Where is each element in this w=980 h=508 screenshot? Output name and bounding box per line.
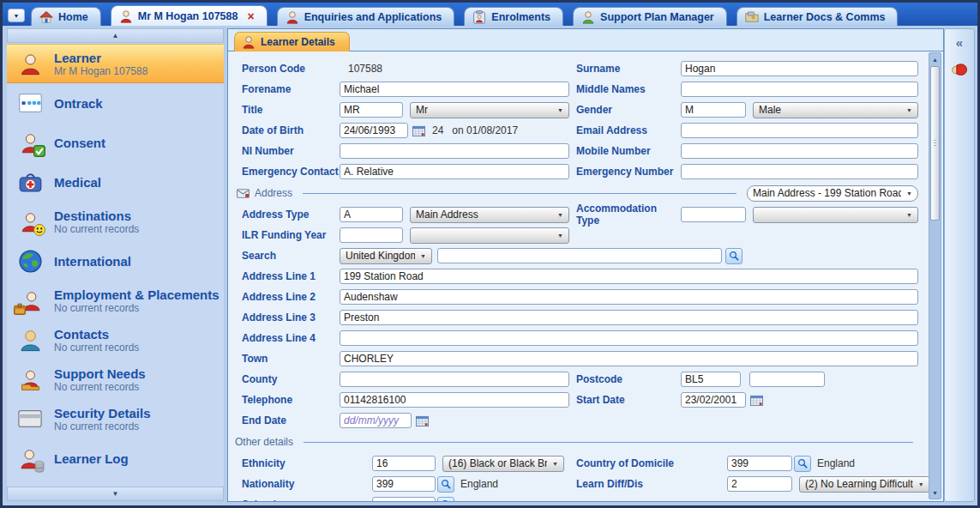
email-input[interactable] <box>681 123 918 138</box>
mobile-input[interactable] <box>681 143 918 159</box>
telephone-input[interactable] <box>340 392 569 408</box>
sidebar-scroll-up[interactable]: ▲ <box>7 28 224 43</box>
sidebar-item-support-needs[interactable]: Support Needs No current records <box>7 360 224 399</box>
domicile-code-input[interactable] <box>727 456 792 471</box>
sidebar-item-contacts[interactable]: Contacts No current records <box>7 320 224 360</box>
ilr-code-input[interactable] <box>340 227 403 243</box>
sidebar-item-security[interactable]: Security Details No current records <box>7 399 224 438</box>
surname-input[interactable] <box>681 61 918 76</box>
card-icon <box>17 406 43 432</box>
right-collapsed-panel[interactable]: « <box>944 28 975 502</box>
emergency-number-label: Emergency Number <box>576 166 681 178</box>
tab-menu-button[interactable]: ▼ <box>8 9 25 22</box>
sidebar-item-consent[interactable]: Consent <box>7 123 224 162</box>
sidebar-scroll-down[interactable]: ▼ <box>7 487 224 501</box>
accommodation-select[interactable]: ▼ <box>753 207 918 223</box>
megaphone-icon[interactable] <box>951 61 969 77</box>
school-search-button[interactable] <box>437 497 454 502</box>
ni-number-input[interactable] <box>340 143 569 159</box>
tab-enrolments[interactable]: Enrolments <box>464 7 563 26</box>
close-icon[interactable]: × <box>247 10 254 22</box>
county-input[interactable] <box>340 372 569 387</box>
address-line-4-label: Address Line 4 <box>242 332 340 344</box>
postcode-input-1[interactable] <box>681 372 741 387</box>
address-selector[interactable]: Main Address - 199 Station Road ▼ <box>747 185 918 202</box>
accommodation-code-input[interactable] <box>681 207 746 222</box>
learn-diff-code-input[interactable] <box>727 476 792 492</box>
learn-diff-select[interactable]: (2) No Learning Difficult ▼ <box>799 476 929 493</box>
scrollbar-thumb[interactable] <box>930 66 940 221</box>
employment-icon <box>17 287 43 313</box>
address-line-4-input[interactable] <box>340 330 918 346</box>
start-date-calendar-button[interactable] <box>749 393 764 407</box>
town-input[interactable] <box>340 351 918 366</box>
chevron-down-icon: ▼ <box>557 233 563 239</box>
chevron-down-icon: ▼ <box>918 481 924 487</box>
sidebar-item-learner-log[interactable]: Learner Log <box>7 438 224 478</box>
middle-names-input[interactable] <box>681 82 918 97</box>
address-search-input[interactable] <box>437 248 722 263</box>
envelope-icon <box>237 189 250 198</box>
address-line-1-input[interactable] <box>340 269 918 284</box>
chevron-down-icon: ▼ <box>906 107 912 113</box>
forename-input[interactable] <box>340 82 569 97</box>
postcode-input-2[interactable] <box>749 372 825 387</box>
forename-label: Forename <box>242 83 340 95</box>
search-country-select[interactable]: United Kingdom ▼ <box>340 248 432 264</box>
panel-tab-label: Learner Details <box>261 36 335 48</box>
address-line-3-input[interactable] <box>340 310 918 325</box>
scroll-down-arrow[interactable]: ▼ <box>929 487 941 499</box>
tab-support-plan[interactable]: Support Plan Manager <box>573 7 727 26</box>
sidebar-item-ontrack[interactable]: Ontrack <box>7 83 224 123</box>
dob-input[interactable] <box>340 123 408 138</box>
ethnicity-code-input[interactable] <box>372 456 436 471</box>
sidebar-item-label: Ontrack <box>54 96 103 111</box>
school-code-input[interactable] <box>372 497 436 501</box>
emergency-number-input[interactable] <box>681 164 918 179</box>
scroll-down-icon: ▼ <box>112 490 119 498</box>
search-label: Search <box>242 250 340 262</box>
tab-enquiries[interactable]: Enquiries and Applications <box>277 7 455 26</box>
section-divider <box>304 442 913 443</box>
end-date-calendar-button[interactable] <box>414 414 430 427</box>
end-date-label: End Date <box>242 414 340 426</box>
tab-learner-hogan[interactable]: Mr M Hogan 107588 × <box>111 5 268 26</box>
scroll-up-arrow[interactable]: ▲ <box>929 53 941 65</box>
form-vertical-scrollbar[interactable]: ▲ ▼ <box>929 52 941 499</box>
expand-panel-button[interactable]: « <box>956 35 963 50</box>
gender-label: Gender <box>576 104 681 116</box>
tab-learner-docs[interactable]: Learner Docs & Comms <box>737 7 899 26</box>
ilr-select[interactable]: ▼ <box>410 227 569 244</box>
nationality-code-input[interactable] <box>372 476 436 492</box>
consent-person-check-icon <box>17 130 43 155</box>
address-type-code-input[interactable] <box>340 207 403 222</box>
address-line-2-input[interactable] <box>340 289 918 305</box>
panel-tab-strip: Learner Details <box>228 29 943 51</box>
domicile-search-button[interactable] <box>794 456 811 472</box>
sidebar-item-label: Learner <box>54 51 147 65</box>
dob-label: Date of Birth <box>242 124 340 136</box>
sidebar-item-destinations[interactable]: Destinations No current records <box>7 202 224 241</box>
title-select[interactable]: Mr ▼ <box>410 102 569 118</box>
sidebar-item-sub: Mr M Hogan 107588 <box>54 65 147 77</box>
gender-select[interactable]: Male ▼ <box>753 102 918 118</box>
dob-calendar-button[interactable] <box>411 124 426 137</box>
clipboard-icon <box>472 10 486 24</box>
nationality-search-button[interactable] <box>437 476 454 493</box>
emergency-contact-input[interactable] <box>340 164 569 179</box>
sidebar-item-international[interactable]: International <box>7 241 224 281</box>
start-date-input[interactable] <box>681 392 746 408</box>
sidebar-item-medical[interactable]: Medical <box>7 162 224 202</box>
sidebar-item-learner[interactable]: Learner Mr M Hogan 107588 <box>7 44 224 83</box>
address-search-button[interactable] <box>725 248 743 264</box>
sidebar-item-sub: No current records <box>54 223 139 235</box>
address-type-select[interactable]: Main Address ▼ <box>410 207 569 223</box>
title-code-input[interactable] <box>340 102 403 118</box>
tab-home[interactable]: Home <box>31 7 101 26</box>
ethnicity-select[interactable]: (16) Black or Black Britis ▼ <box>442 456 564 472</box>
end-date-input[interactable] <box>340 413 412 428</box>
gender-code-input[interactable] <box>681 102 746 118</box>
sidebar-item-employment[interactable]: Employment & Placements No current recor… <box>7 281 224 320</box>
tab-learner-details[interactable]: Learner Details <box>234 32 350 51</box>
tab-label: Support Plan Manager <box>600 11 714 23</box>
